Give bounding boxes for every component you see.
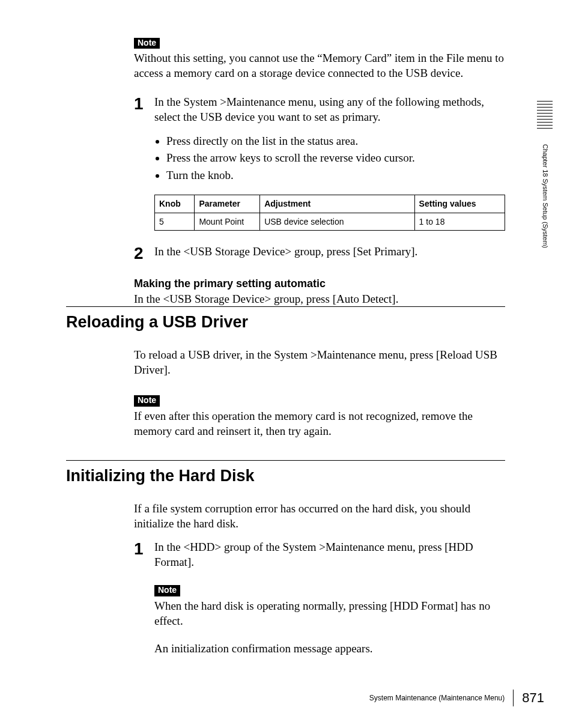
parameter-table: Knob Parameter Adjustment Setting values… xyxy=(154,195,505,231)
step-1-text: In the System >Maintenance menu, using a… xyxy=(154,96,484,123)
note-text: Without this setting, you cannot use the… xyxy=(134,50,505,80)
reload-note-text: If even after this operation the memory … xyxy=(134,408,505,438)
init-step-after-text: An initialization confirmation message a… xyxy=(154,641,505,656)
section-init: Initializing the Hard Disk If a file sys… xyxy=(66,460,505,656)
note-badge: Note xyxy=(134,38,160,49)
step-number: 1 xyxy=(134,539,154,557)
bullet-item: Press the arrow keys to scroll the rever… xyxy=(166,150,505,167)
th-knob: Knob xyxy=(155,195,195,213)
table-row: 5 Mount Point USB device selection 1 to … xyxy=(155,213,505,230)
page: Chapter 18 System Setup (System) Note Wi… xyxy=(0,0,573,728)
footer-separator xyxy=(513,690,514,706)
init-step-note-text: When the hard disk is operating normally… xyxy=(154,598,505,628)
auto-text: In the <USB Storage Device> group, press… xyxy=(134,291,505,306)
note-badge: Note xyxy=(134,395,160,406)
content-column: Note Without this setting, you cannot us… xyxy=(134,37,505,306)
td-parameter: Mount Point xyxy=(195,213,260,230)
td-setting: 1 to 18 xyxy=(414,213,505,230)
th-setting: Setting values xyxy=(414,195,505,213)
td-knob: 5 xyxy=(155,213,195,230)
init-step-1: 1 In the <HDD> group of the System >Main… xyxy=(134,539,505,655)
footer-title: System Maintenance (Maintenance Menu) xyxy=(369,694,505,702)
th-parameter: Parameter xyxy=(195,195,260,213)
init-step-body: In the <HDD> group of the System >Mainte… xyxy=(154,539,505,655)
bullet-item: Press directly on the list in the status… xyxy=(166,133,505,150)
init-body-text: If a file system corruption error has oc… xyxy=(134,501,505,531)
note-badge: Note xyxy=(154,585,180,596)
td-adjustment: USB device selection xyxy=(260,213,414,230)
chapter-side-label: Chapter 18 System Setup (System) xyxy=(542,144,549,248)
section-reload-body: To reload a USB driver, in the System >M… xyxy=(134,347,505,438)
step-2-text: In the <USB Storage Device> group, press… xyxy=(154,244,505,259)
section-title-reload: Reloading a USB Driver xyxy=(66,313,505,332)
reload-body-text: To reload a USB driver, in the System >M… xyxy=(134,347,505,377)
bullet-item: Turn the knob. xyxy=(166,167,505,184)
step-1-bullets: Press directly on the list in the status… xyxy=(154,133,505,184)
step-number: 2 xyxy=(134,244,154,262)
thumb-index: Chapter 18 System Setup (System) xyxy=(539,96,550,276)
init-step-1-text: In the <HDD> group of the System >Mainte… xyxy=(154,541,473,568)
page-footer: System Maintenance (Maintenance Menu) 87… xyxy=(369,690,544,706)
step-body: In the System >Maintenance menu, using a… xyxy=(154,94,505,231)
table-header-row: Knob Parameter Adjustment Setting values xyxy=(155,195,505,213)
th-adjustment: Adjustment xyxy=(260,195,414,213)
section-init-body: If a file system corruption error has oc… xyxy=(134,501,505,656)
sub-heading-auto: Making the primary setting automatic xyxy=(134,278,505,290)
step-number: 1 xyxy=(134,94,154,112)
step-2: 2 In the <USB Storage Device> group, pre… xyxy=(134,244,505,262)
thumb-index-lines xyxy=(537,101,553,131)
step-1: 1 In the System >Maintenance menu, using… xyxy=(134,94,505,231)
section-title-init: Initializing the Hard Disk xyxy=(66,467,505,485)
section-reload: Reloading a USB Driver To reload a USB d… xyxy=(66,306,505,438)
page-number: 871 xyxy=(522,690,544,706)
